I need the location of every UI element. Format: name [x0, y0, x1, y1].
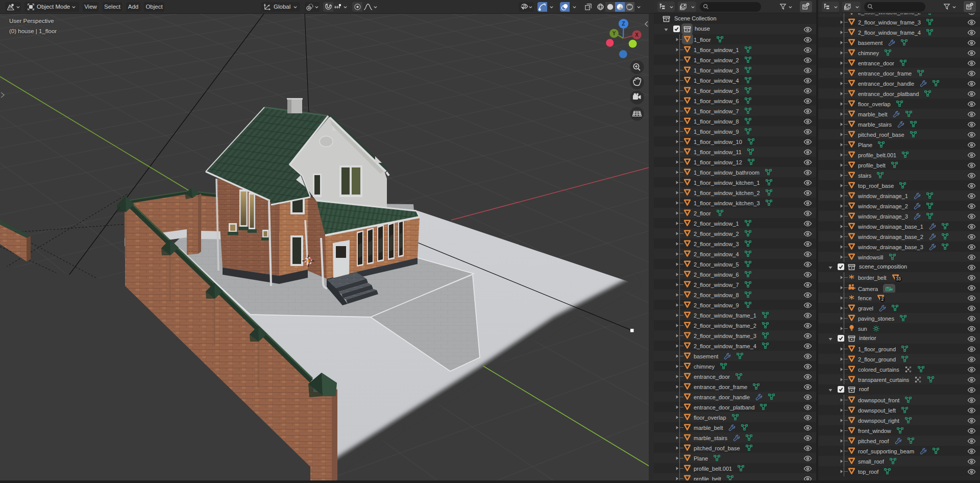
- svg-text:Y: Y: [612, 31, 616, 36]
- svg-text:Z: Z: [622, 20, 625, 27]
- svg-text:X: X: [635, 32, 639, 38]
